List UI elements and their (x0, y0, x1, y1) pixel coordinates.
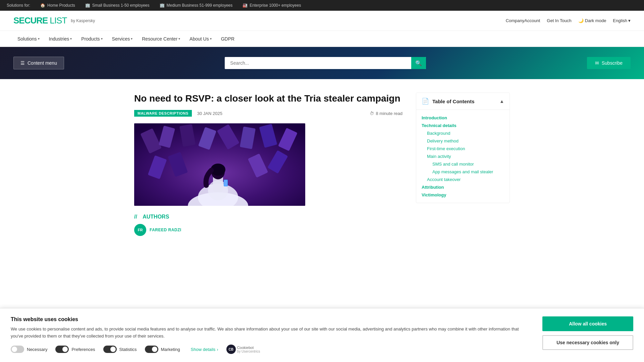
services-label: Services (112, 36, 130, 42)
article-tag: MALWARE DESCRIPTIONS (134, 110, 192, 117)
article-meta: MALWARE DESCRIPTIONS 30 JAN 2025 ⏱ 8 min… (134, 110, 402, 117)
author-item: FR FAREED RADZI (134, 224, 402, 236)
products-chevron: ▾ (101, 37, 103, 41)
article-hero-svg (134, 123, 305, 206)
content-menu-label: Content menu (28, 60, 57, 66)
about-us-chevron: ▾ (210, 37, 212, 41)
menu-icon: ☰ (20, 60, 25, 66)
medium-biz-icon: 🏢 (160, 3, 165, 8)
subscribe-button[interactable]: ✉ Subscribe (587, 57, 631, 69)
authors-label: // AUTHORS (134, 214, 402, 220)
home-products-label: Home Products (47, 3, 75, 8)
small-business-label: Small Business 1-50 employees (92, 3, 150, 8)
about-us-label: About Us (190, 36, 209, 42)
logo-secure: SECURE (13, 15, 48, 26)
article-date: 30 JAN 2025 (197, 111, 222, 116)
logo-list: LIST (50, 15, 67, 26)
products-label: Products (81, 36, 100, 42)
top-bar-item-small[interactable]: 🏢 Small Business 1-50 employees (85, 3, 150, 8)
search-area: 🔍 (225, 57, 426, 69)
dark-mode-label: Dark mode (585, 18, 606, 23)
toc-box: 📄 Table of Contents ▲ Introduction Techn… (416, 93, 510, 203)
toc-chevron-icon: ▲ (499, 99, 504, 104)
toc-item-delivery-method[interactable]: Delivery method (422, 137, 504, 145)
logo[interactable]: SECURELIST by Kaspersky (13, 15, 95, 26)
services-chevron: ▾ (131, 37, 132, 41)
language-selector[interactable]: English ▾ (613, 18, 631, 23)
clock-icon: ⏱ (370, 111, 374, 116)
top-bar-item-medium[interactable]: 🏢 Medium Business 51-999 employees (160, 3, 233, 8)
moon-icon: 🌙 (578, 18, 584, 23)
read-time-label: 8 minute read (376, 111, 403, 116)
author-name: FAREED RADZI (150, 228, 181, 232)
envelope-icon: ✉ (595, 60, 599, 66)
toc-icon: 📄 (422, 98, 429, 105)
enterprise-label: Enterprise 1000+ employees (250, 3, 301, 8)
main-content: No need to RSVP: a closer look at the Tr… (121, 79, 523, 249)
nav-item-products[interactable]: Products ▾ (77, 31, 106, 47)
header-right: CompanyAccount Get In Touch 🌙 Dark mode … (506, 18, 631, 23)
toc-header[interactable]: 📄 Table of Contents ▲ (416, 93, 509, 110)
banner: ☰ Content menu 🔍 ✉ Subscribe (0, 47, 644, 79)
toc-header-left: 📄 Table of Contents (422, 98, 475, 105)
nav-item-about-us[interactable]: About Us ▾ (185, 31, 216, 47)
search-icon: 🔍 (415, 60, 422, 66)
toc-item-account-takeover[interactable]: Account takeover (422, 176, 504, 183)
search-input[interactable] (225, 57, 426, 69)
toc-title: Table of Contents (432, 99, 475, 104)
authors-prefix: // (134, 214, 137, 220)
avatar: FR (134, 224, 146, 236)
article-image (134, 123, 305, 206)
toc-item-app-messages[interactable]: App messages and mail stealer (422, 168, 504, 176)
search-button[interactable]: 🔍 (411, 57, 426, 69)
toc-item-attribution[interactable]: Attribution (422, 183, 504, 191)
toc-item-sms-call[interactable]: SMS and call monitor (422, 160, 504, 168)
toc-item-first-time-execution[interactable]: First-time execution (422, 145, 504, 153)
top-bar: Solutions for: 🏠 Home Products 🏢 Small B… (0, 0, 644, 11)
language-label: English (613, 18, 627, 23)
company-account-link[interactable]: CompanyAccount (506, 18, 540, 23)
small-biz-icon: 🏢 (85, 3, 90, 8)
nav-item-resource-center[interactable]: Resource Center ▾ (138, 31, 184, 47)
article-title: No need to RSVP: a closer look at the Tr… (134, 93, 402, 105)
enterprise-icon: 🏭 (243, 3, 248, 8)
logo-by: by Kaspersky (71, 18, 95, 23)
solutions-chevron: ▾ (38, 37, 40, 41)
industries-chevron: ▾ (70, 37, 72, 41)
header: SECURELIST by Kaspersky CompanyAccount G… (0, 11, 644, 31)
svg-rect-20 (224, 180, 227, 186)
solutions-label: Solutions (17, 36, 37, 42)
gdpr-label: GDPR (221, 36, 234, 42)
nav-item-gdpr[interactable]: GDPR (217, 31, 238, 47)
resource-center-chevron: ▾ (178, 37, 180, 41)
dark-mode-toggle[interactable]: 🌙 Dark mode (578, 18, 606, 23)
sidebar: 📄 Table of Contents ▲ Introduction Techn… (416, 93, 510, 236)
home-icon: 🏠 (40, 3, 45, 8)
resource-center-label: Resource Center (142, 36, 177, 42)
read-time: ⏱ 8 minute read (370, 111, 403, 116)
toc-item-victimology[interactable]: Victimology (422, 191, 504, 199)
content-menu-button[interactable]: ☰ Content menu (13, 57, 64, 69)
toc-item-main-activity[interactable]: Main activity (422, 153, 504, 160)
toc-item-background[interactable]: Background (422, 129, 504, 137)
toc-body: Introduction Technical details Backgroun… (416, 110, 509, 203)
nav-item-services[interactable]: Services ▾ (108, 31, 137, 47)
medium-business-label: Medium Business 51-999 employees (167, 3, 233, 8)
nav-item-industries[interactable]: Industries ▾ (45, 31, 76, 47)
get-in-touch-link[interactable]: Get In Touch (547, 18, 571, 23)
solutions-for-label: Solutions for: (7, 3, 30, 8)
chevron-down-icon: ▾ (628, 18, 631, 23)
authors-section: // AUTHORS FR FAREED RADZI (134, 214, 402, 236)
article-area: No need to RSVP: a closer look at the Tr… (134, 93, 402, 236)
toc-item-introduction[interactable]: Introduction (422, 114, 504, 122)
subscribe-label: Subscribe (602, 60, 623, 66)
nav: Solutions ▾ Industries ▾ Products ▾ Serv… (0, 31, 644, 47)
nav-item-solutions[interactable]: Solutions ▾ (13, 31, 44, 47)
top-bar-item-enterprise[interactable]: 🏭 Enterprise 1000+ employees (243, 3, 301, 8)
industries-label: Industries (49, 36, 69, 42)
top-bar-item-home[interactable]: 🏠 Home Products (40, 3, 75, 8)
toc-item-technical-details[interactable]: Technical details (422, 122, 504, 129)
